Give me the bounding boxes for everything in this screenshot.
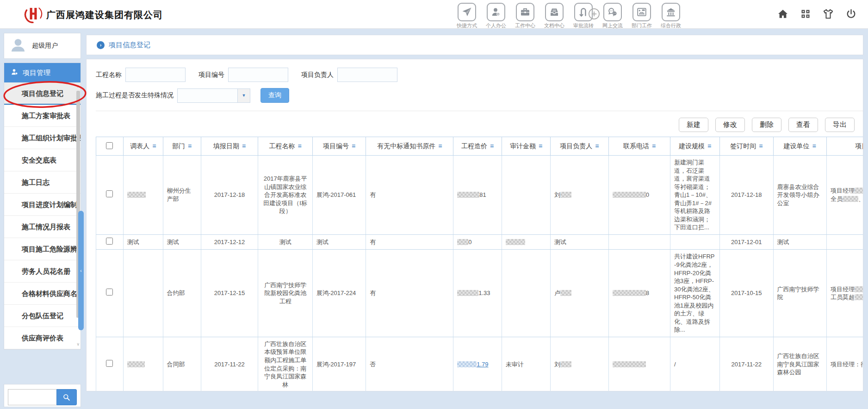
table-cell: 2017-12-18 [201,156,258,235]
topbar-nav-item-person[interactable]: 个人办公 [484,3,508,29]
column-header[interactable]: 审计金额≡ [502,137,551,156]
document-tray-icon [545,3,564,21]
column-header[interactable]: 部门≡ [163,137,201,156]
table-row: 合约部2017-12-15广西南宁技师学院新校园化粪池工程展鸿-2017-224… [96,250,863,337]
row-checkbox[interactable] [106,360,113,367]
scroll-down-icon[interactable]: ∨ [76,342,80,346]
column-menu-icon[interactable]: ≡ [490,142,494,150]
column-menu-icon[interactable]: ≡ [652,142,656,150]
censored-text [843,196,858,202]
column-header[interactable]: 项目经理技术负责人或五大员≡ [826,137,863,156]
sidebar-item-10[interactable]: 分包队伍登记 [4,305,81,327]
row-checkbox[interactable] [106,289,113,296]
column-menu-icon[interactable]: ≡ [438,142,442,150]
breadcrumb: › 项目信息登记 [86,35,863,55]
chat-icon [603,3,622,21]
nav-label: 个人办公 [484,22,508,29]
person-icon [487,3,505,21]
power-icon[interactable] [845,8,857,22]
column-header[interactable]: 签订时间≡ [720,137,773,156]
table-cell: 8 [608,250,670,337]
column-header[interactable]: 工程名称≡ [258,137,313,156]
column-menu-icon[interactable]: ≡ [152,142,156,150]
sidebar-item-6[interactable]: 施工情况月报表 [4,216,81,238]
edit-button[interactable]: 修改 [715,118,745,132]
sidebar-item-7[interactable]: 项目施工危险源辨识 [4,238,81,260]
sidebar-search-input[interactable] [8,389,56,405]
table-cell: 未审计 [502,337,551,391]
row-select-cell [96,250,124,337]
sidebar-search-button[interactable] [56,389,77,405]
chevron-down-icon[interactable]: ▼ [237,89,250,102]
topbar-nav-item-document-tray[interactable]: 文档中心 [542,3,567,29]
new-button[interactable]: 新建 [679,118,708,132]
export-button[interactable]: 导出 [825,118,855,132]
topbar-nav-item-briefcase[interactable]: 工作中心 [513,3,538,29]
column-menu-icon[interactable]: ≡ [812,142,816,150]
home-icon[interactable] [777,8,789,22]
column-header[interactable]: 项目负责人≡ [550,137,608,156]
sidebar-item-2[interactable]: 施工组织计划审批表 [4,127,81,149]
data-table-wrap: 调表人≡部门≡填报日期≡工程名称≡项目编号≡有无中标通知书原件≡工程造价≡审计金… [96,137,863,391]
project-leader-input[interactable] [337,68,397,82]
column-header[interactable]: 联系电话≡ [608,137,670,156]
column-header[interactable]: 建设规模≡ [670,137,720,156]
row-checkbox[interactable] [106,238,113,245]
table-cell: 合约部 [163,250,201,337]
topbar-nav-item-department[interactable]: 部门工作 [629,3,654,29]
select-all-checkbox[interactable] [106,142,113,149]
column-header[interactable]: 填报日期≡ [201,137,258,156]
row-checkbox[interactable] [106,190,113,197]
table-cell: 刘 [550,337,608,391]
topbar-nav-item-bank[interactable]: 综合行政 [658,3,683,29]
project-name-input[interactable] [125,68,186,82]
column-menu-icon[interactable]: ≡ [242,142,246,150]
topbar-nav-item-chat[interactable]: 网上交流 [600,3,625,29]
sidebar-item-8[interactable]: 劳务人员花名册 [4,260,81,283]
censored-text [560,361,571,367]
sidebar-item-11[interactable]: 供应商评价表 [4,327,81,349]
censored-text [613,361,646,367]
row-select-cell [96,337,124,391]
menu-group-header[interactable]: 项目管理 [4,63,81,82]
cell-link[interactable]: 1.79 [477,361,488,368]
add-shortcut-button[interactable] [588,7,601,20]
column-header[interactable]: 项目编号≡ [312,137,366,156]
sidebar-item-1[interactable]: 施工方案审批表 [4,105,81,127]
column-menu-icon[interactable]: ≡ [595,142,599,150]
table-cell: 2017-12-12 [201,234,258,250]
column-menu-icon[interactable]: ≡ [759,142,763,150]
apps-icon[interactable] [800,8,811,21]
column-header[interactable]: 建设单位≡ [773,137,826,156]
sidebar-item-3[interactable]: 安全交底表 [4,149,81,171]
column-header[interactable]: 调表人≡ [123,137,163,156]
table-cell [608,234,670,250]
delete-button[interactable]: 删除 [752,118,781,132]
query-button[interactable]: 查询 [260,88,289,103]
paper-plane-icon [458,3,476,21]
column-header[interactable]: 工程造价≡ [453,137,502,156]
table-cell: 广西壮族自治区本级预算单位限额内工程施工单位定点采购：南宁良凤江国家森林 [258,337,313,391]
sidebar-item-9[interactable]: 合格材料供应商名录 [4,283,81,305]
column-menu-icon[interactable]: ≡ [188,142,192,150]
special-situation-select[interactable]: ▼ [177,88,250,103]
table-header-row: 调表人≡部门≡填报日期≡工程名称≡项目编号≡有无中标通知书原件≡工程造价≡审计金… [96,137,863,156]
project-code-input[interactable] [228,68,288,82]
column-menu-icon[interactable]: ≡ [539,142,542,150]
scroll-up-icon[interactable]: ∧ [76,84,80,88]
column-menu-icon[interactable]: ≡ [707,142,711,150]
table-cell: 有 [366,156,453,235]
table-cell: 测试 [312,234,366,250]
theme-icon[interactable] [822,8,834,22]
column-menu-icon[interactable]: ≡ [352,142,355,150]
column-header[interactable]: 有无中标通知书原件≡ [366,137,453,156]
table-cell: 2017-11-22 [201,337,258,391]
sidebar-item-4[interactable]: 施工日志 [4,171,81,194]
column-menu-icon[interactable]: ≡ [298,142,302,150]
table-cell: 81 [453,156,502,235]
sidebar-item-5[interactable]: 项目进度计划编制 [4,194,81,216]
topbar-nav-item-paper-plane[interactable]: 快捷方式 [454,3,479,29]
view-button[interactable]: 查看 [788,118,818,132]
sidebar-collapse-handle[interactable]: ‹ [78,211,84,330]
sidebar-item-0[interactable]: 项目信息登记 [4,82,81,105]
